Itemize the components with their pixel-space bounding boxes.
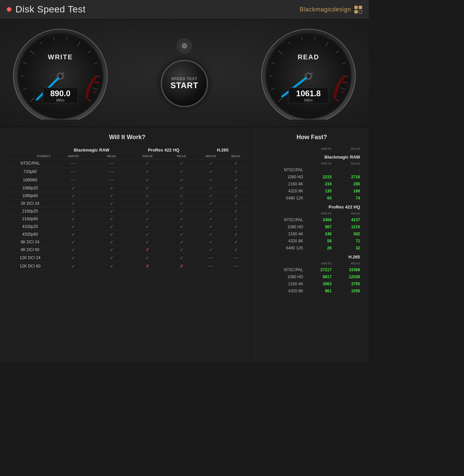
speed-group-header: H.265 bbox=[262, 252, 362, 261]
speed-data-row: 2160 4K 246 302 bbox=[262, 231, 362, 238]
speed-data-row: 2160 4K 3063 3755 bbox=[262, 281, 362, 288]
row-label: 4320p60 bbox=[7, 231, 53, 238]
bmraw-read: ✓ bbox=[94, 262, 130, 271]
speed-row-label: 2160 4K bbox=[262, 181, 305, 188]
start-btn-top-label: SPEED TEST bbox=[171, 77, 197, 81]
h265-read: ✓ bbox=[224, 246, 248, 254]
prores-group-header: ProRes 422 HQ bbox=[130, 146, 198, 154]
row-label: 2K DCI 24 bbox=[7, 200, 53, 207]
write-gauge: WRITE 890.0 MB/s bbox=[10, 26, 111, 120]
speed-group-row: H.265 bbox=[262, 252, 362, 261]
speed-write-val: 216 bbox=[305, 181, 334, 188]
speed-data-row: 2160 4K 216 265 bbox=[262, 181, 362, 188]
speed-read-val: 3755 bbox=[334, 281, 362, 288]
bmraw-read: ✓ bbox=[94, 200, 130, 207]
table-row: 2160p25 ✓ ✓ ✓ ✓ ✓ ✓ bbox=[7, 207, 248, 215]
prores-write: ✓ bbox=[130, 168, 166, 176]
row-label: 2160p25 bbox=[7, 207, 53, 215]
table-row: 1080i60 — — ✓ ✓ ✓ ✓ bbox=[7, 176, 248, 184]
prores-write: ✓ bbox=[130, 238, 166, 246]
bmraw-write: — bbox=[53, 168, 94, 176]
h265-read: ✓ bbox=[224, 200, 248, 207]
speed-read-val: 1210 bbox=[334, 224, 362, 231]
bmraw-write-header: WRITE bbox=[53, 154, 94, 159]
bmraw-read: ✓ bbox=[94, 184, 130, 192]
settings-button[interactable]: ⚙ bbox=[177, 39, 192, 53]
speed-write-val: 9817 bbox=[305, 274, 334, 281]
row-label: 1080p60 bbox=[7, 192, 53, 200]
speed-row-label: 4320 8K bbox=[262, 288, 305, 295]
bmraw-read: — bbox=[94, 176, 130, 184]
prores-read: ✓ bbox=[166, 184, 198, 192]
speed-read-val: 166 bbox=[334, 188, 362, 195]
bmraw-read: ✓ bbox=[94, 231, 130, 238]
read-gauge-svg: READ 1061.8 MB/s bbox=[258, 26, 359, 120]
speed-row-label: 1080 HD bbox=[262, 224, 305, 231]
svg-point-27 bbox=[58, 74, 63, 78]
bmraw-write: ✓ bbox=[53, 184, 94, 192]
speed-data-row: 1080 HD 987 1210 bbox=[262, 224, 362, 231]
speed-group-row: ProRes 422 HQ bbox=[262, 202, 362, 211]
speed-label-empty bbox=[262, 146, 305, 152]
row-label: 4320p25 bbox=[7, 223, 53, 231]
bmraw-write: — bbox=[53, 159, 94, 168]
speed-row-label: 1080 HD bbox=[262, 274, 305, 281]
brand-name: Blackmagicdesign bbox=[300, 6, 351, 13]
start-button[interactable]: SPEED TEST START bbox=[161, 60, 208, 107]
speed-read-val: 71 bbox=[334, 238, 362, 245]
h265-write: ✓ bbox=[198, 176, 224, 184]
row-label: NTSC/PAL bbox=[7, 159, 53, 168]
speed-write-val: 27217 bbox=[305, 266, 334, 274]
svg-text:MB/s: MB/s bbox=[56, 98, 65, 102]
bmraw-write: ✓ bbox=[53, 238, 94, 246]
speed-data-row: 4320 8K 58 71 bbox=[262, 238, 362, 245]
close-button[interactable] bbox=[7, 7, 11, 12]
speed-data-row: NTSC/PAL 27217 33368 bbox=[262, 266, 362, 274]
brand-dot-1 bbox=[354, 6, 358, 9]
speed-read-val: - bbox=[334, 167, 362, 174]
row-label: 12K DCI 60 bbox=[7, 262, 53, 271]
prores-read: ✓ bbox=[166, 231, 198, 238]
bmraw-read: — bbox=[94, 168, 130, 176]
row-label: 2160p60 bbox=[7, 215, 53, 223]
speed-write-val: 987 bbox=[305, 224, 334, 231]
speed-read-val: 74 bbox=[334, 195, 362, 202]
bmraw-write: ✓ bbox=[53, 246, 94, 254]
bmraw-write: ✓ bbox=[53, 192, 94, 200]
speed-write-val: 58 bbox=[305, 238, 334, 245]
speed-read-val: 2716 bbox=[334, 174, 362, 181]
h265-write: ✓ bbox=[198, 238, 224, 246]
center-controls: ⚙ SPEED TEST START bbox=[161, 39, 208, 107]
speed-row-label: 1080 HD bbox=[262, 174, 305, 181]
speed-row-label: 2160 4K bbox=[262, 281, 305, 288]
prores-read: ✓ bbox=[166, 192, 198, 200]
h265-write: ✓ bbox=[198, 184, 224, 192]
app-title: Disk Speed Test bbox=[15, 4, 85, 15]
table-row: 4320p60 ✓ ✓ ✓ ✓ ✓ ✓ bbox=[7, 231, 248, 238]
bmraw-read: ✓ bbox=[94, 246, 130, 254]
prores-read: ✓ bbox=[166, 254, 198, 262]
prores-write: ✓ bbox=[130, 223, 166, 231]
speed-write-val: 60 bbox=[305, 195, 334, 202]
h265-write: ✓ bbox=[198, 246, 224, 254]
svg-text:1061.8: 1061.8 bbox=[296, 89, 321, 98]
h265-read: — bbox=[224, 262, 248, 271]
brand-logo: Blackmagicdesign bbox=[300, 6, 362, 13]
brand-dot-3 bbox=[354, 10, 358, 13]
speed-row-label: 4320 8K bbox=[262, 238, 305, 245]
bmraw-group-header: Blackmagic RAW bbox=[53, 146, 129, 154]
prores-write: ✓ bbox=[130, 192, 166, 200]
speed-read-val: 4237 bbox=[334, 217, 362, 224]
prores-read: ✓ bbox=[166, 176, 198, 184]
speed-data-row: 6480 12K 26 32 bbox=[262, 245, 362, 252]
speed-write-val: 26 bbox=[305, 245, 334, 252]
write-gauge-svg: WRITE 890.0 MB/s bbox=[10, 26, 111, 120]
speed-read-val: 33368 bbox=[334, 266, 362, 274]
svg-point-58 bbox=[306, 74, 311, 78]
data-section: Will It Work? Blackmagic RAW ProRes 422 … bbox=[0, 127, 369, 362]
prores-write: ✓ bbox=[130, 207, 166, 215]
prores-write: ✓ bbox=[130, 231, 166, 238]
h265-read: ✓ bbox=[224, 184, 248, 192]
prores-read-header: READ bbox=[166, 154, 198, 159]
table-row: 2K DCI 24 ✓ ✓ ✓ ✓ ✓ ✓ bbox=[7, 200, 248, 207]
